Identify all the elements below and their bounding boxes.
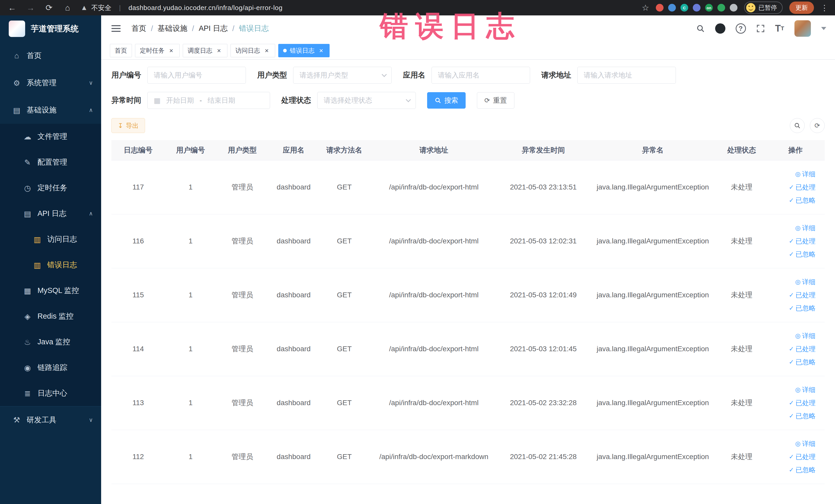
app-name-input[interactable] <box>431 67 530 84</box>
sidebar-item-file[interactable]: ☁文件管理 <box>0 124 101 149</box>
action-label: 已忽略 <box>795 465 815 475</box>
user-type-select[interactable]: 请选择用户类型 <box>293 67 392 84</box>
sidebar-item-java[interactable]: ♨Java 监控 <box>0 329 101 355</box>
sidebar-item-trace[interactable]: ◉链路追踪 <box>0 355 101 381</box>
request-url-input[interactable] <box>577 67 676 84</box>
chevron-up-icon: ∧ <box>89 210 93 217</box>
sidebar-item-access-log[interactable]: ▥访问日志 <box>0 226 101 252</box>
cell-id: 114 <box>111 322 165 376</box>
search-icon[interactable] <box>696 24 705 33</box>
on-badge-extension-icon[interactable]: on <box>705 4 713 12</box>
warning-triangle-icon: ▲ <box>81 4 88 12</box>
search-button[interactable]: 搜索 <box>427 92 466 108</box>
action-processed-link[interactable]: ✓已处理 <box>789 345 815 354</box>
sidebar-item-api-log[interactable]: ▤API 日志∧ <box>0 201 101 226</box>
action-ignored-link[interactable]: ✓已忽略 <box>789 465 815 475</box>
divider: | <box>119 4 121 12</box>
action-label: 已忽略 <box>795 250 815 259</box>
help-icon[interactable]: ? <box>736 23 746 34</box>
gear-icon: ⚙ <box>12 79 22 87</box>
cell-exception: java.lang.IllegalArgumentException <box>589 322 717 376</box>
security-indicator[interactable]: ▲ 不安全 <box>81 3 111 12</box>
leaf-extension-icon[interactable] <box>717 4 725 12</box>
column-header: 请求地址 <box>370 140 498 160</box>
sidebar-logo[interactable]: 芋道管理系统 <box>0 15 101 42</box>
refresh-table-button[interactable]: ⟳ <box>810 118 825 133</box>
action-processed-link[interactable]: ✓已处理 <box>789 452 815 461</box>
exception-time-range-picker[interactable]: ▦ 开始日期 - 结束日期 <box>147 92 270 109</box>
tab-active-4[interactable]: 错误日志× <box>278 44 330 57</box>
sidebar-item-job[interactable]: ◷定时任务 <box>0 175 101 201</box>
sidebar-item-devtools[interactable]: ⚒研发工具∨ <box>0 406 101 434</box>
bookmark-star-icon[interactable]: ☆ <box>642 3 649 13</box>
action-detail-link[interactable]: ◎详细 <box>795 278 815 286</box>
chevron-down-icon[interactable] <box>821 27 826 30</box>
close-icon[interactable]: × <box>318 47 325 54</box>
blue-drop-extension-icon[interactable] <box>668 4 676 12</box>
address-bar[interactable]: dashboard.yudao.iocoder.cn/infra/log/api… <box>128 4 282 12</box>
action-detail-link[interactable]: ◎详细 <box>795 439 815 448</box>
action-detail-link[interactable]: ◎详细 <box>795 331 815 340</box>
tab-0[interactable]: 首页 <box>110 44 132 57</box>
close-icon[interactable]: × <box>168 47 175 54</box>
action-ignored-link[interactable]: ✓已忽略 <box>789 411 815 421</box>
check-icon: ✓ <box>789 304 794 312</box>
sidebar-item-error-log[interactable]: ▥错误日志 <box>0 252 101 278</box>
filter-user-type: 用户类型 请选择用户类型 <box>257 67 392 84</box>
user-id-input[interactable] <box>147 67 246 84</box>
fullscreen-icon[interactable] <box>756 24 765 33</box>
browser-menu-kebab-icon[interactable]: ⋮ <box>821 3 828 12</box>
tab-1[interactable]: 定时任务× <box>135 44 180 57</box>
sidebar-item-log-center[interactable]: ≣日志中心 <box>0 381 101 406</box>
teal-circle-extension-icon[interactable]: C <box>680 4 688 12</box>
action-processed-link[interactable]: ✓已处理 <box>789 183 815 192</box>
github-icon[interactable] <box>715 23 726 34</box>
user-avatar[interactable] <box>794 20 811 37</box>
cell-id: 116 <box>111 214 165 268</box>
sidebar-item-infra[interactable]: ▤基础设施∧ <box>0 97 101 124</box>
breadcrumb-item: 错误日志 <box>239 23 269 34</box>
breadcrumb-item[interactable]: API 日志 <box>199 23 228 34</box>
font-size-icon[interactable]: TT <box>775 23 784 34</box>
puzzle-extension-icon[interactable] <box>693 4 700 12</box>
action-detail-link[interactable]: ◎详细 <box>795 170 815 179</box>
pushpin-extension-icon[interactable] <box>730 4 737 12</box>
browser-update-button[interactable]: 更新 <box>789 2 814 14</box>
action-processed-link[interactable]: ✓已处理 <box>789 237 815 246</box>
action-processed-link[interactable]: ✓已处理 <box>789 399 815 407</box>
action-detail-link[interactable]: ◎详细 <box>795 385 815 395</box>
action-ignored-link[interactable]: ✓已忽略 <box>789 196 815 205</box>
home-browser-icon[interactable]: ⌂ <box>62 3 73 13</box>
sidebar-item-system[interactable]: ⚙系统管理∨ <box>0 69 101 97</box>
breadcrumb-item[interactable]: 基础设施 <box>158 23 187 34</box>
action-ignored-link[interactable]: ✓已忽略 <box>789 358 815 367</box>
action-ignored-link[interactable]: ✓已忽略 <box>789 250 815 259</box>
process-status-select[interactable]: 请选择处理状态 <box>317 92 416 109</box>
cell-url: /api/infra/db-doc/export-markdown <box>370 430 498 484</box>
toggle-search-button[interactable] <box>790 118 805 133</box>
back-icon[interactable]: ← <box>7 3 18 13</box>
sidebar-item-mysql[interactable]: ▦MySQL 监控 <box>0 278 101 303</box>
filter-label-app-name: 应用名 <box>403 70 425 80</box>
chevron-down-icon <box>382 72 387 77</box>
cell-id: 113 <box>111 376 165 430</box>
action-detail-link[interactable]: ◎详细 <box>795 224 815 233</box>
red-circle-extension-icon[interactable] <box>656 4 664 12</box>
close-icon[interactable]: × <box>263 47 270 54</box>
action-ignored-link[interactable]: ✓已忽略 <box>789 304 815 313</box>
profile-paused-badge[interactable]: 已暂停 <box>744 2 782 14</box>
breadcrumb-item[interactable]: 首页 <box>131 23 146 34</box>
export-button[interactable]: ↧ 导出 <box>111 118 145 133</box>
sidebar-item-label: 基础设施 <box>27 105 57 115</box>
hamburger-icon[interactable] <box>110 24 122 33</box>
sidebar-item-home[interactable]: ⌂首页 <box>0 42 101 69</box>
tab-3[interactable]: 访问日志× <box>230 44 275 57</box>
forward-icon[interactable]: → <box>25 3 36 13</box>
sidebar-item-redis[interactable]: ◈Redis 监控 <box>0 303 101 329</box>
reload-icon[interactable]: ⟳ <box>44 3 55 13</box>
close-icon[interactable]: × <box>216 47 223 54</box>
reset-button[interactable]: ⟳ 重置 <box>477 92 514 108</box>
action-processed-link[interactable]: ✓已处理 <box>789 291 815 300</box>
sidebar-item-config[interactable]: ✎配置管理 <box>0 149 101 175</box>
tab-2[interactable]: 调度日志× <box>183 44 227 57</box>
